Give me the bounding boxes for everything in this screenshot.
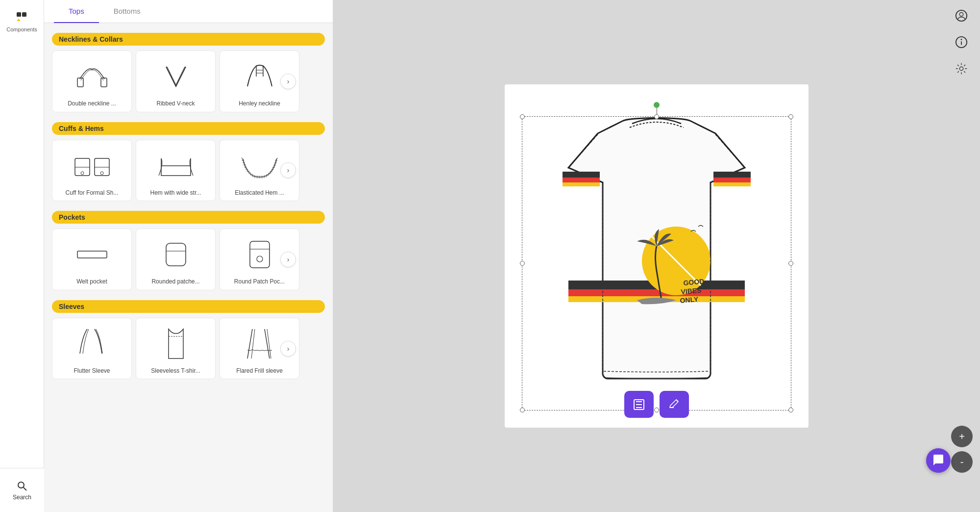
sleeves-more-button[interactable]: › bbox=[280, 341, 296, 357]
bottom-toolbar bbox=[624, 391, 689, 418]
flutter-sleeve-name: Flutter Sleeve bbox=[74, 367, 110, 375]
tab-bottoms[interactable]: Bottoms bbox=[99, 0, 155, 23]
henley-neckline-name: Henley neckline bbox=[239, 100, 280, 108]
handle-bl[interactable] bbox=[520, 408, 525, 412]
component-ribbed-v-neck[interactable]: Ribbed V-neck bbox=[136, 51, 216, 112]
pockets-more-button[interactable]: › bbox=[280, 252, 296, 267]
left-sidebar: Components Tags Search bbox=[0, 0, 44, 512]
round-patch-name: Round Patch Poc... bbox=[234, 278, 285, 286]
tab-tops[interactable]: Tops bbox=[54, 0, 99, 23]
svg-rect-0 bbox=[17, 12, 21, 17]
svg-rect-1 bbox=[22, 12, 26, 17]
grid-icon bbox=[15, 11, 29, 25]
flared-frill-name: Flared Frill sleeve bbox=[236, 367, 283, 375]
search-label: Search bbox=[13, 494, 31, 501]
select-tool-button[interactable] bbox=[624, 391, 654, 418]
svg-point-47 bbox=[959, 67, 963, 70]
component-round-patch[interactable]: Round Patch Poc... › bbox=[220, 229, 299, 290]
svg-line-5 bbox=[24, 487, 26, 490]
tshirt-illustration: GOOD VIBES ONLY bbox=[519, 104, 794, 408]
component-flutter-sleeve[interactable]: Flutter Sleeve bbox=[52, 318, 132, 380]
component-welt-pocket[interactable]: Welt pocket bbox=[52, 229, 132, 290]
components-label: Components bbox=[6, 26, 37, 32]
double-neckline-img bbox=[56, 57, 127, 96]
component-cuff-formal[interactable]: Cuff for Formal Sh... bbox=[52, 140, 132, 202]
cuffs-grid: Cuff for Formal Sh... Hem with wide str.… bbox=[52, 140, 325, 202]
settings-icon bbox=[955, 62, 968, 75]
welt-pocket-img bbox=[56, 235, 127, 274]
info-icon-button[interactable] bbox=[951, 31, 972, 53]
section-cuffs-label: Cuffs & Hems bbox=[52, 122, 325, 135]
zoom-out-button[interactable]: - bbox=[951, 451, 973, 473]
component-flared-frill[interactable]: Flared Frill sleeve › bbox=[220, 318, 299, 380]
section-necklines: Necklines & Collars Double neckline ... bbox=[52, 33, 325, 112]
canvas-area: GOOD VIBES ONLY bbox=[333, 0, 980, 512]
ribbed-vneck-name: Ribbed V-neck bbox=[156, 100, 195, 108]
section-sleeves: Sleeves Flutter Sleeve bbox=[52, 300, 325, 380]
cuff-formal-name: Cuff for Formal Sh... bbox=[66, 189, 119, 197]
ribbed-vneck-img bbox=[140, 57, 211, 96]
chat-bubble-button[interactable] bbox=[926, 448, 951, 473]
hem-wide-name: Hem with wide str... bbox=[150, 189, 201, 197]
cuffs-more-button[interactable]: › bbox=[280, 162, 296, 178]
svg-point-43 bbox=[959, 13, 963, 16]
user-icon bbox=[955, 9, 968, 22]
settings-icon-button[interactable] bbox=[951, 58, 972, 79]
svg-rect-24 bbox=[563, 172, 600, 178]
component-elasticated-hem[interactable]: Elasticated Hem ... › bbox=[220, 140, 299, 202]
sidebar-item-components[interactable]: Components bbox=[0, 5, 44, 38]
hem-wide-img bbox=[140, 146, 211, 185]
right-sidebar-icons bbox=[951, 5, 972, 79]
svg-rect-26 bbox=[563, 182, 600, 186]
svg-rect-31 bbox=[568, 289, 745, 296]
sidebar-item-search[interactable]: Search bbox=[0, 468, 44, 512]
svg-rect-27 bbox=[713, 172, 751, 178]
component-hem-wide[interactable]: Hem with wide str... bbox=[136, 140, 216, 202]
zoom-in-button[interactable]: + bbox=[951, 426, 973, 447]
zoom-controls: + - bbox=[951, 426, 973, 473]
section-pockets-label: Pockets bbox=[52, 211, 325, 224]
svg-rect-7 bbox=[101, 78, 107, 87]
section-necklines-label: Necklines & Collars bbox=[52, 33, 325, 46]
flutter-sleeve-img bbox=[56, 324, 127, 363]
svg-point-13 bbox=[100, 172, 103, 175]
svg-point-42 bbox=[956, 10, 967, 21]
welt-pocket-name: Welt pocket bbox=[76, 278, 107, 286]
chat-icon bbox=[931, 454, 945, 467]
section-sleeves-label: Sleeves bbox=[52, 300, 325, 313]
component-rounded-patch[interactable]: Rounded patche... bbox=[136, 229, 216, 290]
svg-rect-28 bbox=[713, 178, 751, 182]
edit-tool-button[interactable] bbox=[660, 391, 689, 418]
component-double-neckline[interactable]: Double neckline ... bbox=[52, 51, 132, 112]
svg-point-12 bbox=[81, 172, 84, 175]
sleeveless-img bbox=[140, 324, 211, 363]
svg-marker-2 bbox=[17, 19, 21, 21]
svg-point-4 bbox=[18, 482, 24, 488]
cuff-formal-img bbox=[56, 146, 127, 185]
svg-rect-20 bbox=[250, 241, 270, 268]
necklines-grid: Double neckline ... Ribbed V-neck bbox=[52, 51, 325, 112]
svg-point-46 bbox=[961, 39, 962, 40]
component-henley-neckline[interactable]: Henley neckline › bbox=[220, 51, 299, 112]
sleeveless-name: Sleeveless T-shir... bbox=[151, 367, 200, 375]
svg-point-22 bbox=[257, 256, 263, 262]
rounded-patch-img bbox=[140, 235, 211, 274]
svg-text:ONLY: ONLY bbox=[680, 295, 699, 305]
component-sleeveless[interactable]: Sleeveless T-shir... bbox=[136, 318, 216, 380]
user-icon-button[interactable] bbox=[951, 5, 972, 26]
section-cuffs-hems: Cuffs & Hems Cuff for Forma bbox=[52, 122, 325, 202]
pockets-grid: Welt pocket Rounded patche... bbox=[52, 229, 325, 290]
section-pockets: Pockets Welt pocket bbox=[52, 211, 325, 290]
necklines-more-button[interactable]: › bbox=[280, 74, 296, 89]
svg-rect-25 bbox=[563, 178, 600, 182]
elasticated-hem-name: Elasticated Hem ... bbox=[235, 189, 284, 197]
search-icon bbox=[16, 480, 28, 492]
svg-rect-18 bbox=[166, 243, 186, 266]
panel-content: Necklines & Collars Double neckline ... bbox=[44, 23, 333, 512]
double-neckline-name: Double neckline ... bbox=[68, 100, 116, 108]
handle-br[interactable] bbox=[788, 408, 793, 412]
svg-rect-17 bbox=[77, 251, 107, 258]
sleeves-grid: Flutter Sleeve Sleeveless T-shir... bbox=[52, 318, 325, 380]
rounded-patch-name: Rounded patche... bbox=[151, 278, 199, 286]
tshirt-canvas[interactable]: GOOD VIBES ONLY bbox=[505, 84, 808, 428]
